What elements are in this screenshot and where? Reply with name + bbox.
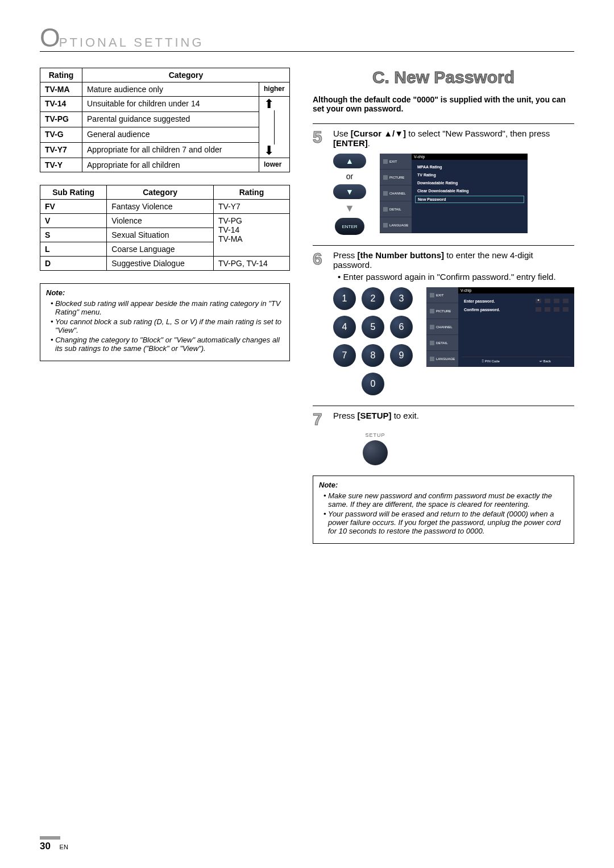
section-c-title: C. New Password xyxy=(313,68,574,87)
numpad-7[interactable]: 7 xyxy=(333,344,356,367)
cursor-up-button[interactable]: ▲ xyxy=(333,154,366,168)
numpad-5[interactable]: 5 xyxy=(362,316,384,338)
osd-item-download: Downloadable Rating xyxy=(415,180,524,186)
cursor-label: [Cursor ▲/▼] xyxy=(351,129,406,138)
numpad-3[interactable]: 3 xyxy=(390,287,413,310)
note-item: Make sure new password and confirm passw… xyxy=(323,491,568,509)
osd-item-mpaa: MPAA Rating xyxy=(415,164,524,170)
table-row: Suggestive Dialogue xyxy=(107,257,214,271)
step-text: to select "New Password", then press xyxy=(406,129,550,138)
number-buttons-label: [the Number buttons] xyxy=(358,250,444,260)
table-row: TV-Y xyxy=(40,158,82,172)
step-text: . xyxy=(368,138,370,148)
step-bullet: Enter password again in "Confirm passwor… xyxy=(338,272,574,282)
note-item: You cannot block a sub rating (D, L, S o… xyxy=(51,317,284,334)
table-row: Mature audience only xyxy=(82,82,259,97)
osd-item-tvrating: TV Rating xyxy=(415,172,524,178)
picture-icon xyxy=(383,175,388,180)
page-number: 30 xyxy=(40,841,51,852)
table-row: TV-MA xyxy=(40,82,82,97)
subrating-header-sub: Sub Rating xyxy=(40,185,107,200)
numpad-2[interactable]: 2 xyxy=(362,287,384,310)
osd-item-newpassword: New Password xyxy=(415,196,524,203)
table-row: TV-14 xyxy=(40,97,82,112)
numpad-0[interactable]: 0 xyxy=(362,373,384,395)
enter-password-field xyxy=(536,299,569,303)
subrating-header-cat: Category xyxy=(107,185,214,200)
remote-setup-button-wrap: SETUP xyxy=(358,432,392,465)
osd-side-exit: EXIT xyxy=(426,287,458,303)
note-item: Blocked sub rating will appear beside th… xyxy=(51,299,284,316)
enter-button[interactable]: ENTER xyxy=(335,218,364,235)
osd-password-entry: EXIT PICTURE CHANNEL DETAIL LANGUAGE V-c… xyxy=(426,287,574,367)
table-row: Unsuitable for children under 14 xyxy=(82,97,259,112)
language-icon xyxy=(430,357,434,361)
detail-icon xyxy=(383,207,388,212)
header-rest: PTIONAL SETTING xyxy=(59,35,204,50)
rating-table: Rating Category TV-MA Mature audience on… xyxy=(40,68,290,172)
cursor-down-button[interactable]: ▼ xyxy=(333,184,366,199)
numpad-8[interactable]: 8 xyxy=(362,344,384,367)
table-row: General audience xyxy=(82,127,259,143)
rating-header-category: Category xyxy=(82,68,290,82)
table-row: Sexual Situation xyxy=(107,228,214,242)
numpad-1[interactable]: 1 xyxy=(333,287,356,310)
osd-side-detail: DETAIL xyxy=(426,335,458,351)
table-row: D xyxy=(40,257,107,271)
language-icon xyxy=(383,223,388,228)
remote-nav-buttons: ▲ or ▼ ▼ ENTER xyxy=(333,154,366,235)
osd-side-detail: DETAIL xyxy=(380,201,412,217)
step-text: Press xyxy=(333,411,358,420)
table-row: TV-PG xyxy=(40,112,82,127)
or-label: or xyxy=(346,172,353,181)
osd-side-language: LANGUAGE xyxy=(380,217,412,233)
subrating-header-rating: Rating xyxy=(213,185,289,200)
numpad-4[interactable]: 4 xyxy=(333,316,356,338)
step-text: to exit. xyxy=(392,411,419,420)
note-item: Changing the category to "Block" or "Vie… xyxy=(51,336,284,353)
confirm-password-label: Confirm password. xyxy=(464,308,500,312)
step-5: 5 Use [Cursor ▲/▼] to select "New Passwo… xyxy=(313,129,574,148)
table-row: Fantasy Violence xyxy=(107,200,214,214)
keypad-icon: ⠿ xyxy=(482,359,484,363)
step-7: 7 Press [SETUP] to exit. xyxy=(313,411,574,428)
confirm-password-field xyxy=(536,307,569,312)
step-number: 7 xyxy=(313,411,327,428)
back-icon: ↩ xyxy=(540,359,542,363)
osd-panel-title: V-chip xyxy=(412,154,528,160)
sub-rating-table: Sub Rating Category Rating FV Fantasy Vi… xyxy=(40,185,290,271)
setup-button-label: SETUP xyxy=(358,432,392,438)
page-header: O PTIONAL SETTING xyxy=(40,28,574,52)
step-text: Press xyxy=(333,250,358,260)
osd-side-channel: CHANNEL xyxy=(380,185,412,201)
table-row: Appropriate for all children 7 and older xyxy=(82,143,259,158)
step-number: 5 xyxy=(313,129,327,148)
note-box-right: Note: Make sure new password and confirm… xyxy=(313,476,574,544)
channel-icon xyxy=(383,191,388,196)
numpad-9[interactable]: 9 xyxy=(390,344,413,367)
exit-icon xyxy=(430,293,434,297)
step-6: 6 Press [the Number buttons] to enter th… xyxy=(313,250,574,282)
table-row: TV-Y7 xyxy=(213,200,289,214)
osd-panel-title: V-chip xyxy=(458,287,574,294)
osd-side-language: LANGUAGE xyxy=(426,351,458,367)
remote-number-pad: 1 2 3 4 5 6 7 8 9 0 xyxy=(333,287,413,395)
osd-side-channel: CHANNEL xyxy=(426,319,458,335)
setup-label: [SETUP] xyxy=(358,411,392,420)
osd-side-exit: EXIT xyxy=(380,154,412,170)
table-row: Violence xyxy=(107,214,214,228)
step-rule xyxy=(313,123,574,124)
osd-side-picture: PICTURE xyxy=(426,303,458,319)
table-row: TV-G xyxy=(40,127,82,143)
table-row: Parental guidance suggested xyxy=(82,112,259,127)
numpad-6[interactable]: 6 xyxy=(390,316,413,338)
exit-icon xyxy=(383,159,388,164)
rating-header-rating: Rating xyxy=(40,68,82,82)
setup-button[interactable] xyxy=(363,440,388,465)
step-text: Use xyxy=(333,129,351,138)
header-big-letter: O xyxy=(40,28,60,47)
osd-footer-pincode: ⠿ PIN Code xyxy=(482,359,500,363)
table-row: TV-PG, TV-14 xyxy=(213,257,289,271)
enter-password-label: Enter password. xyxy=(464,299,495,303)
lower-label: lower xyxy=(259,158,290,172)
